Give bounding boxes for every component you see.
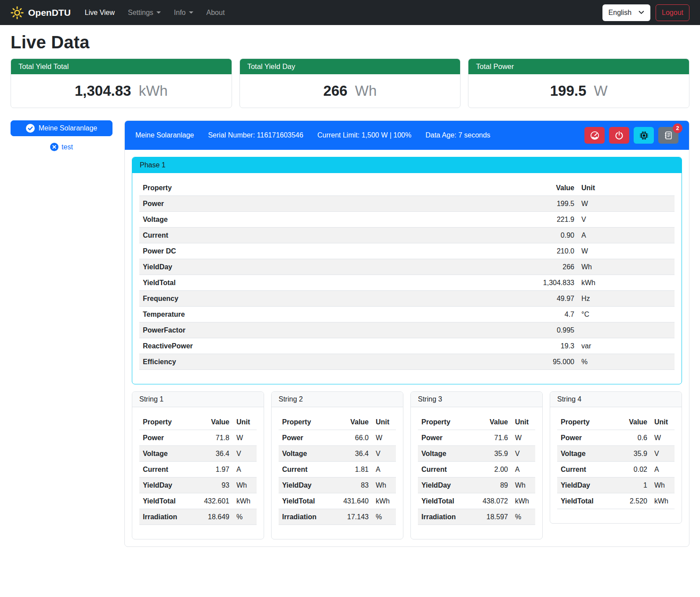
nav-item-label: Settings	[128, 9, 153, 17]
inverter-link-label: test	[62, 143, 73, 151]
table-row: PowerFactor0.995	[139, 322, 675, 338]
unit-cell: Wh	[233, 478, 257, 493]
table-header-row: Property Value Unit	[139, 414, 257, 430]
unit-cell: Wh	[578, 259, 675, 275]
table-row: YieldTotal431.640kWh	[279, 493, 396, 509]
column-header-value: Value	[340, 414, 372, 430]
table-row: Current1.81A	[279, 462, 396, 478]
table-row: YieldDay89Wh	[418, 478, 535, 493]
unit-cell: °C	[578, 307, 675, 322]
language-select[interactable]: English	[602, 4, 650, 21]
inverter-limit: Current Limit: 1,500 W | 100%	[317, 131, 411, 139]
column-header-unit: Unit	[578, 180, 675, 196]
value-cell: 221.9	[461, 212, 578, 228]
chevron-down-icon	[638, 11, 644, 14]
value-cell: 210.0	[461, 243, 578, 259]
inverter-sidebar: Meine Solaranlage test	[11, 120, 112, 151]
value-cell: 0.02	[618, 462, 651, 478]
table-row: YieldDay1Wh	[557, 478, 675, 493]
page-title: Live Data	[11, 33, 689, 52]
string-card-body: Property Value Unit Power0.6WVoltage35.9…	[550, 407, 682, 523]
unit-cell: V	[233, 446, 257, 462]
property-cell: YieldDay	[139, 478, 200, 493]
unit-cell	[578, 322, 675, 338]
property-cell: Voltage	[139, 212, 461, 228]
value-cell: 71.6	[479, 430, 511, 446]
nav-item-info[interactable]: Info	[174, 9, 193, 17]
summary-card-total-power: Total Power 199.5 W	[468, 58, 689, 108]
property-cell: Efficiency	[139, 354, 461, 370]
value-cell: 432.601	[200, 493, 233, 509]
property-cell: Voltage	[279, 446, 340, 462]
value-cell: 438.072	[479, 493, 511, 509]
unit-cell: var	[578, 338, 675, 354]
phase-panel: Phase 1 Property Value Unit Power199.5WV…	[132, 157, 682, 384]
value-cell: 66.0	[340, 430, 372, 446]
unit-cell: Wh	[651, 478, 675, 493]
nav-item-live-view[interactable]: Live View	[85, 9, 115, 17]
property-cell: YieldTotal	[139, 275, 461, 291]
nav-item-about[interactable]: About	[207, 9, 225, 17]
summary-card-title: Total Yield Day	[240, 59, 461, 74]
main-row: Meine Solaranlage test Meine Solaranlage…	[11, 120, 689, 547]
brand[interactable]: OpenDTU	[11, 6, 71, 19]
table-row: ReactivePower19.3var	[139, 338, 675, 354]
event-log-button[interactable]: 2	[658, 127, 678, 144]
table-row: Irradiation17.143%	[279, 509, 396, 525]
unit-cell: Wh	[372, 478, 396, 493]
summary-card-body: 266 Wh	[240, 74, 461, 108]
table-row: Current0.90A	[139, 228, 675, 243]
unit-cell: kWh	[372, 493, 396, 509]
unit-cell: W	[578, 196, 675, 212]
inverter-data-age: Data Age: 7 seconds	[425, 131, 490, 139]
string-table: Property Value Unit Power66.0WVoltage36.…	[279, 414, 396, 525]
property-cell: Irradiation	[418, 509, 479, 525]
column-header-unit: Unit	[372, 414, 396, 430]
unit-cell: V	[651, 446, 675, 462]
inverter-button-label: Meine Solaranlage	[39, 124, 97, 132]
unit-cell: V	[578, 212, 675, 228]
property-cell: Current	[139, 228, 461, 243]
summary-card-title: Total Power	[468, 59, 689, 74]
value-cell: 4.7	[461, 307, 578, 322]
table-row: Power71.6W	[418, 430, 535, 446]
table-row: Current1.97A	[139, 462, 257, 478]
unit-cell: V	[511, 446, 535, 462]
value-cell: 36.4	[200, 446, 233, 462]
event-count-badge: 2	[673, 123, 682, 133]
nav-item-label: Live View	[85, 9, 115, 17]
value-cell: 266	[461, 259, 578, 275]
string-table: Property Value Unit Power0.6WVoltage35.9…	[557, 414, 675, 509]
string-card-title: String 3	[411, 392, 542, 407]
table-row: Voltage221.9V	[139, 212, 675, 228]
string-card-title: String 2	[272, 392, 403, 407]
table-header-row: Property Value Unit	[139, 180, 675, 196]
table-row: YieldDay83Wh	[279, 478, 396, 493]
property-cell: Current	[279, 462, 340, 478]
value-cell: 19.3	[461, 338, 578, 354]
summary-card-unit: kWh	[139, 83, 168, 99]
property-cell: YieldDay	[418, 478, 479, 493]
column-header-property: Property	[279, 414, 340, 430]
property-cell: Voltage	[418, 446, 479, 462]
table-row: Efficiency95.000%	[139, 354, 675, 370]
property-cell: Frequency	[139, 291, 461, 307]
nav-item-settings[interactable]: Settings	[128, 9, 161, 17]
inverter-select-link-test[interactable]: test	[11, 143, 112, 151]
property-cell: YieldTotal	[279, 493, 340, 509]
power-icon	[615, 131, 624, 140]
device-info-button[interactable]	[634, 127, 654, 144]
summary-card-total-yield-day: Total Yield Day 266 Wh	[239, 58, 461, 108]
phase-panel-body: Property Value Unit Power199.5WVoltage22…	[132, 173, 682, 384]
unit-cell: Hz	[578, 291, 675, 307]
unit-cell: A	[233, 462, 257, 478]
limit-settings-button[interactable]	[584, 127, 605, 144]
string-card-4: String 4 Property Value Unit	[550, 391, 682, 524]
value-cell: 431.640	[340, 493, 372, 509]
logout-button[interactable]: Logout	[656, 4, 689, 21]
power-button[interactable]	[609, 127, 629, 144]
column-header-property: Property	[557, 414, 618, 430]
string-card-2: String 2 Property Value Unit	[271, 391, 403, 539]
summary-card-value: 266	[323, 83, 348, 99]
inverter-select-button-meine-solaranlage[interactable]: Meine Solaranlage	[11, 120, 112, 136]
